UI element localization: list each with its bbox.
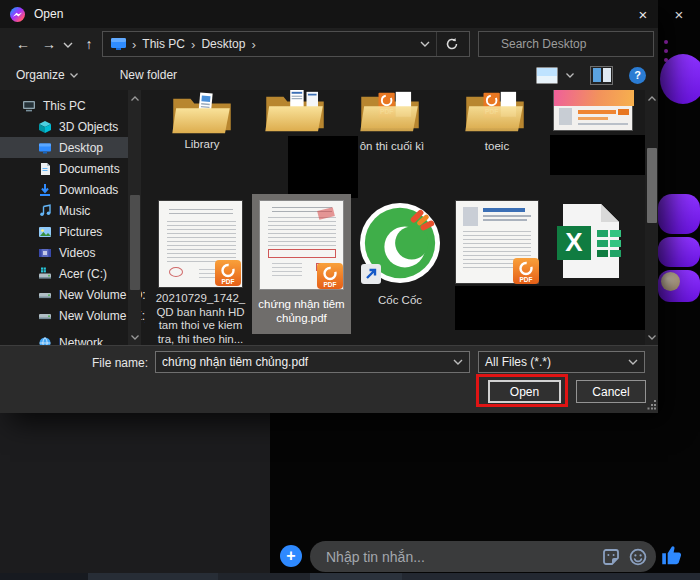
cv-name <box>483 208 525 212</box>
sidebar-item-music[interactable]: Music <box>0 200 128 221</box>
view-dropdown-icon[interactable] <box>566 73 574 78</box>
shortcut-arrow-icon <box>361 264 381 284</box>
thumbs-up-icon[interactable] <box>659 542 685 569</box>
new-folder-button[interactable]: New folder <box>120 68 177 82</box>
download-icon <box>38 183 52 197</box>
breadcrumb-separator: › <box>251 37 255 52</box>
picture-icon <box>38 225 52 239</box>
forward-button[interactable]: → <box>38 31 60 57</box>
breadcrumb-this-pc[interactable]: This PC <box>142 37 185 51</box>
thumbnail-view-icon[interactable] <box>536 67 558 84</box>
navigation-sidebar: This PC 3D Objects Desktop Documents Dow… <box>0 90 145 345</box>
search-box[interactable] <box>478 31 654 57</box>
sidebar-item-downloads[interactable]: Downloads <box>0 179 128 200</box>
sidebar-item-this-pc[interactable]: This PC <box>0 95 128 116</box>
chevron-down-icon[interactable] <box>628 359 638 365</box>
breadcrumb-dropdown-icon[interactable] <box>420 41 430 47</box>
background-close-icon[interactable]: × <box>666 2 692 26</box>
preview-pane-icon[interactable] <box>590 66 613 85</box>
file-name-field[interactable] <box>155 351 470 373</box>
divider <box>436 32 437 56</box>
music-icon <box>38 204 52 218</box>
file-type-value: All Files (*.*) <box>479 355 628 369</box>
cancel-button[interactable]: Cancel <box>576 380 646 403</box>
svg-text:PDF: PDF <box>520 276 533 283</box>
sidebar-scrollbar[interactable] <box>128 90 141 345</box>
sidebar-item-documents[interactable]: Documents <box>0 158 128 179</box>
breadcrumb-separator: › <box>132 37 136 52</box>
resize-grip-icon[interactable] <box>646 399 657 410</box>
sidebar-item-videos[interactable]: Videos <box>0 242 128 263</box>
file-tile-excel[interactable]: X <box>557 202 625 280</box>
breadcrumb[interactable]: › This PC › Desktop › <box>102 31 470 57</box>
scrollbar-thumb[interactable] <box>647 148 657 223</box>
attach-plus-button[interactable]: + <box>280 545 302 567</box>
background-bubble <box>658 237 700 267</box>
recent-locations-chevron-icon[interactable] <box>63 42 73 48</box>
file-tile-selected[interactable]: PDF chứng nhận tiêm chủng.pdf <box>252 194 351 334</box>
sidebar-item-new-volume-d[interactable]: New Volume (D:) <box>0 284 128 305</box>
message-input-pill[interactable] <box>310 541 656 572</box>
file-list-area: Library PDF ôn thi cuối kì <box>145 90 645 345</box>
svg-text:PDF: PDF <box>222 278 235 285</box>
file-name-input[interactable] <box>156 355 453 369</box>
dialog-toolbar: Organize New folder ? <box>0 60 658 90</box>
refresh-icon[interactable] <box>445 37 459 51</box>
stamp <box>169 267 183 277</box>
svg-text:PDF: PDF <box>324 281 337 288</box>
breadcrumb-desktop[interactable]: Desktop <box>201 37 245 51</box>
document-icon <box>38 162 52 176</box>
video-icon <box>38 246 52 260</box>
file-name-label: File name: <box>92 356 148 370</box>
search-input[interactable] <box>499 36 658 52</box>
scroll-down-icon[interactable] <box>645 331 658 343</box>
avatar <box>661 272 680 291</box>
sidebar-item-3d-objects[interactable]: 3D Objects <box>0 116 128 137</box>
drive-icon <box>38 309 52 323</box>
folder-pdf-icon: PDF <box>463 90 527 134</box>
scrollbar-thumb[interactable] <box>130 195 140 290</box>
file-tile-censored[interactable] <box>263 90 327 134</box>
sidebar-item-desktop[interactable]: Desktop <box>0 137 128 158</box>
message-input[interactable] <box>310 549 602 565</box>
sticker-icon[interactable] <box>602 548 620 566</box>
file-tile-on-thi[interactable]: PDF <box>358 90 422 134</box>
this-pc-icon <box>22 99 36 113</box>
file-tile-toeic-card[interactable] <box>553 90 633 131</box>
file-type-select[interactable]: All Files (*.*) <box>478 351 645 373</box>
scroll-up-icon[interactable] <box>645 92 658 104</box>
network-icon <box>38 336 52 346</box>
sidebar-item-network[interactable]: Network <box>0 332 128 345</box>
file-label: Library <box>152 138 252 152</box>
excel-icon: X <box>557 202 625 280</box>
red-box <box>268 249 336 258</box>
sidebar-item-pictures[interactable]: Pictures <box>0 221 128 242</box>
back-button[interactable]: ← <box>12 31 34 57</box>
chevron-down-icon[interactable] <box>453 359 463 365</box>
card-artwork <box>554 90 634 106</box>
censored-label-region <box>550 135 645 175</box>
dialog-close-button[interactable]: × <box>628 0 658 28</box>
card-photo <box>559 108 572 125</box>
file-label: toeic <box>447 140 547 154</box>
drive-icon <box>38 288 52 302</box>
file-tile-toeic[interactable]: PDF <box>463 90 527 134</box>
open-button[interactable]: Open <box>488 380 561 403</box>
background-bubble <box>658 194 700 234</box>
emoji-icon[interactable] <box>629 548 647 566</box>
file-area-scrollbar[interactable] <box>645 90 658 345</box>
scroll-down-icon[interactable] <box>128 331 141 343</box>
os-drive-icon <box>38 267 52 281</box>
organize-button[interactable]: Organize <box>16 68 78 82</box>
sidebar-item-acer-c[interactable]: Acer (C:) <box>0 263 128 284</box>
help-button[interactable]: ? <box>629 67 646 84</box>
cv-photo <box>463 207 478 226</box>
folder-pdf-icon: PDF <box>358 90 422 134</box>
foxit-pdf-badge-icon: PDF <box>317 263 343 289</box>
card-line <box>578 123 628 125</box>
dialog-titlebar: Open <box>0 0 658 28</box>
file-tile-library[interactable] <box>170 90 234 136</box>
scroll-up-icon[interactable] <box>128 92 141 104</box>
sidebar-item-new-volume-e[interactable]: New Volume (E:) <box>0 305 128 326</box>
up-button[interactable]: ↑ <box>78 31 100 57</box>
